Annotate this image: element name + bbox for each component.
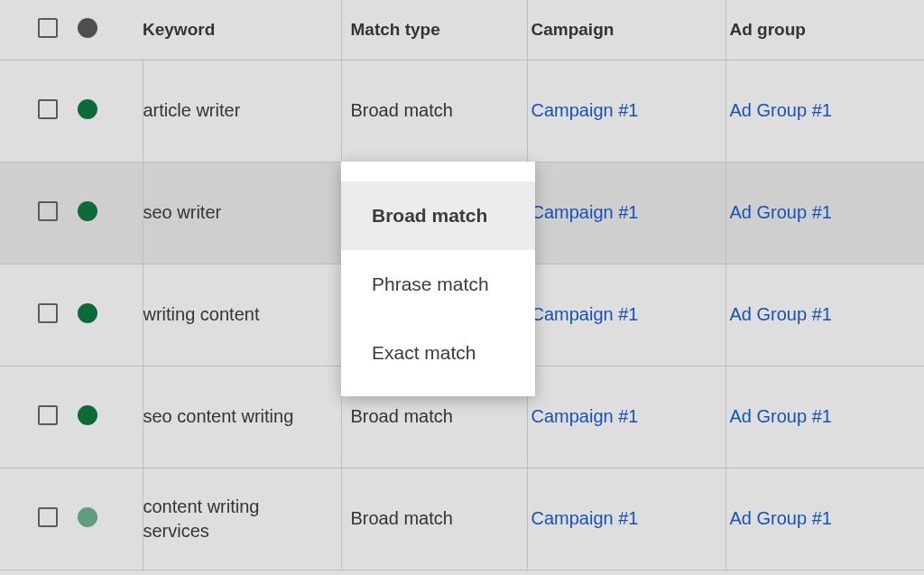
campaign-link[interactable]: Campaign #1 <box>531 406 639 426</box>
ad-group-link[interactable]: Ad Group #1 <box>730 406 832 426</box>
dropdown-option-exact[interactable]: Exact match <box>341 319 535 387</box>
ad-group-link[interactable]: Ad Group #1 <box>730 202 832 222</box>
keyword-cell[interactable]: seo writer <box>143 200 315 225</box>
status-dot-icon[interactable] <box>78 303 97 323</box>
header-ad-group[interactable]: Ad group <box>730 20 806 39</box>
status-dot-icon[interactable] <box>78 99 97 119</box>
row-checkbox[interactable] <box>38 507 58 527</box>
campaign-link[interactable]: Campaign #1 <box>531 304 639 324</box>
header-match-type[interactable]: Match type <box>351 20 440 39</box>
keyword-cell[interactable]: writing content <box>143 302 315 327</box>
keyword-cell[interactable]: article writer <box>143 98 315 123</box>
ad-group-link[interactable]: Ad Group #1 <box>730 508 832 528</box>
table-row[interactable]: content writing services Broad match Cam… <box>0 468 924 570</box>
ad-group-link[interactable]: Ad Group #1 <box>730 304 832 324</box>
campaign-link[interactable]: Campaign #1 <box>531 100 639 120</box>
ad-group-link[interactable]: Ad Group #1 <box>730 100 832 120</box>
keyword-cell[interactable]: content writing services <box>143 495 315 543</box>
match-type-cell[interactable]: Broad match <box>351 100 453 120</box>
match-type-cell[interactable]: Broad match <box>351 508 453 528</box>
table-row[interactable]: article writer Broad match Campaign #1 A… <box>0 60 924 162</box>
dropdown-option-broad[interactable]: Broad match <box>341 181 535 250</box>
row-checkbox[interactable] <box>38 405 58 425</box>
table-header-row: Keyword Match type Campaign Ad group <box>0 0 924 60</box>
keyword-cell[interactable]: seo content writing <box>143 404 315 429</box>
campaign-link[interactable]: Campaign #1 <box>531 202 639 222</box>
header-keyword[interactable]: Keyword <box>143 20 215 39</box>
dropdown-option-phrase[interactable]: Phrase match <box>341 250 535 319</box>
match-type-dropdown[interactable]: Broad match Phrase match Exact match <box>341 162 535 396</box>
header-campaign[interactable]: Campaign <box>531 20 614 39</box>
row-checkbox[interactable] <box>38 201 58 221</box>
campaign-link[interactable]: Campaign #1 <box>531 508 639 528</box>
status-dot-icon[interactable] <box>78 405 97 425</box>
match-type-cell[interactable]: Broad match <box>351 406 453 426</box>
select-all-checkbox[interactable] <box>38 18 58 38</box>
status-dot-icon[interactable] <box>78 201 97 221</box>
row-checkbox[interactable] <box>38 99 58 119</box>
status-dot-icon[interactable] <box>78 507 97 527</box>
row-checkbox[interactable] <box>38 303 58 323</box>
status-header-icon[interactable] <box>78 18 97 38</box>
